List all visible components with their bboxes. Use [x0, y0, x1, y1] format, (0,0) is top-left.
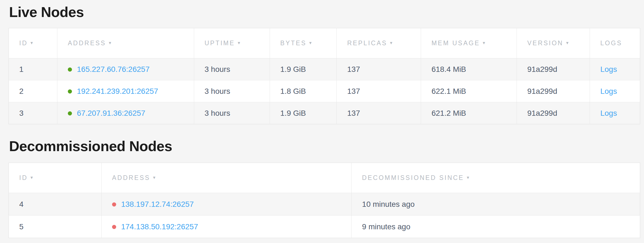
decommissioned-header-row: ID▾ ADDRESS▾ DECOMMISSIONED SINCE▾	[9, 163, 640, 193]
column-header-label: DECOMMISSIONED SINCE	[362, 174, 464, 181]
address-link[interactable]: 138.197.12.74:26257	[121, 200, 194, 208]
cell-logs: Logs	[590, 58, 640, 80]
column-header-logs: LOGS	[590, 28, 640, 58]
live-nodes-section: Live Nodes ID▾ ADDRESS▾	[9, 4, 640, 124]
column-header-decommissioned-since[interactable]: DECOMMISSIONED SINCE▾	[352, 163, 640, 193]
column-header-bytes[interactable]: BYTES▾	[270, 28, 337, 58]
column-header-uptime[interactable]: UPTIME▾	[194, 28, 270, 58]
column-header-label: BYTES	[280, 39, 306, 47]
cell-mem-usage: 622.1 MiB	[421, 80, 517, 102]
column-header-label: ID	[19, 39, 28, 47]
sort-arrow-icon: ▾	[238, 40, 240, 46]
logs-link[interactable]: Logs	[600, 109, 617, 117]
cell-address: 192.241.239.201:26257	[57, 80, 194, 102]
live-header-row: ID▾ ADDRESS▾ UPTIME▾ BYTES▾ REPLICAS▾	[9, 28, 640, 58]
live-status-icon	[68, 111, 72, 115]
sort-arrow-icon: ▾	[153, 175, 155, 180]
cell-node-id: 5	[9, 216, 102, 238]
live-nodes-table: ID▾ ADDRESS▾ UPTIME▾ BYTES▾ REPLICAS▾	[9, 28, 640, 124]
column-header-label: LOGS	[600, 39, 622, 47]
sort-arrow-icon: ▾	[30, 175, 33, 180]
column-header-label: VERSION	[527, 39, 564, 47]
sort-arrow-icon: ▾	[30, 40, 33, 46]
column-header-address[interactable]: ADDRESS▾	[101, 163, 351, 193]
sort-arrow-icon: ▾	[483, 40, 485, 46]
cell-version: 91a299d	[517, 58, 590, 80]
cell-node-id: 1	[9, 58, 57, 80]
column-header-version[interactable]: VERSION▾	[517, 28, 590, 58]
cell-decommissioned-since: 9 minutes ago	[352, 216, 640, 238]
column-header-label: UPTIME	[205, 39, 235, 47]
cell-version: 91a299d	[517, 102, 590, 124]
cell-uptime: 3 hours	[194, 102, 270, 124]
cell-address: 174.138.50.192:26257	[101, 216, 351, 238]
decommissioned-status-icon	[112, 202, 116, 207]
cell-bytes: 1.8 GiB	[270, 80, 337, 102]
table-row: 4 138.197.12.74:26257 10 minutes ago	[9, 193, 640, 216]
cell-replicas: 137	[337, 58, 421, 80]
address-link[interactable]: 165.227.60.76:26257	[77, 65, 150, 74]
live-status-icon	[68, 89, 72, 94]
cell-bytes: 1.9 GiB	[270, 102, 337, 124]
decommissioned-nodes-table: ID▾ ADDRESS▾ DECOMMISSIONED SINCE▾ 4 138…	[9, 163, 640, 238]
column-header-label: MEM USAGE	[431, 39, 480, 47]
column-header-replicas[interactable]: REPLICAS▾	[337, 28, 421, 58]
cell-logs: Logs	[590, 102, 640, 124]
column-header-id[interactable]: ID▾	[9, 163, 102, 193]
column-header-address[interactable]: ADDRESS▾	[57, 28, 194, 58]
address-link[interactable]: 174.138.50.192:26257	[121, 222, 198, 231]
cell-node-id: 4	[9, 193, 102, 216]
decommissioned-nodes-section: Decommissioned Nodes ID▾ ADDRESS▾ DECOMM…	[9, 138, 640, 238]
address-link[interactable]: 67.207.91.36:26257	[77, 109, 145, 117]
nodes-page: { "colors": { "page_background": "#f5f5f…	[0, 0, 644, 243]
cell-address: 165.227.60.76:26257	[57, 58, 194, 80]
sort-arrow-icon: ▾	[467, 175, 469, 180]
column-header-label: ADDRESS	[112, 174, 150, 181]
cell-version: 91a299d	[517, 80, 590, 102]
cell-uptime: 3 hours	[194, 80, 270, 102]
main-content: Live Nodes ID▾ ADDRESS▾	[0, 0, 644, 238]
sort-arrow-icon: ▾	[309, 40, 312, 46]
decommissioned-nodes-title: Decommissioned Nodes	[9, 138, 640, 154]
cell-bytes: 1.9 GiB	[270, 58, 337, 80]
column-header-mem-usage[interactable]: MEM USAGE▾	[421, 28, 517, 58]
column-header-id[interactable]: ID▾	[9, 28, 57, 58]
cell-mem-usage: 621.2 MiB	[421, 102, 517, 124]
address-link[interactable]: 192.241.239.201:26257	[77, 87, 158, 95]
sort-arrow-icon: ▾	[390, 40, 392, 46]
table-row: 1 165.227.60.76:26257 3 hours 1.9 GiB 13…	[9, 58, 640, 80]
table-row: 2 192.241.239.201:26257 3 hours 1.8 GiB …	[9, 80, 640, 102]
cell-logs: Logs	[590, 80, 640, 102]
column-header-label: ADDRESS	[68, 39, 106, 47]
decommissioned-status-icon	[112, 225, 116, 229]
sort-arrow-icon: ▾	[109, 40, 111, 46]
logs-link[interactable]: Logs	[600, 87, 617, 95]
cell-address: 138.197.12.74:26257	[101, 193, 351, 216]
column-header-label: REPLICAS	[347, 39, 387, 47]
cell-node-id: 3	[9, 102, 57, 124]
cell-node-id: 2	[9, 80, 57, 102]
live-nodes-title: Live Nodes	[9, 4, 640, 20]
cell-mem-usage: 618.4 MiB	[421, 58, 517, 80]
sort-arrow-icon: ▾	[566, 40, 568, 46]
column-header-label: ID	[19, 174, 28, 181]
logs-link[interactable]: Logs	[600, 65, 617, 74]
table-row: 5 174.138.50.192:26257 9 minutes ago	[9, 216, 640, 238]
cell-replicas: 137	[337, 80, 421, 102]
cell-address: 67.207.91.36:26257	[57, 102, 194, 124]
table-row: 3 67.207.91.36:26257 3 hours 1.9 GiB 137…	[9, 102, 640, 124]
cell-uptime: 3 hours	[194, 58, 270, 80]
cell-replicas: 137	[337, 102, 421, 124]
cell-decommissioned-since: 10 minutes ago	[352, 193, 640, 216]
live-status-icon	[68, 67, 72, 72]
